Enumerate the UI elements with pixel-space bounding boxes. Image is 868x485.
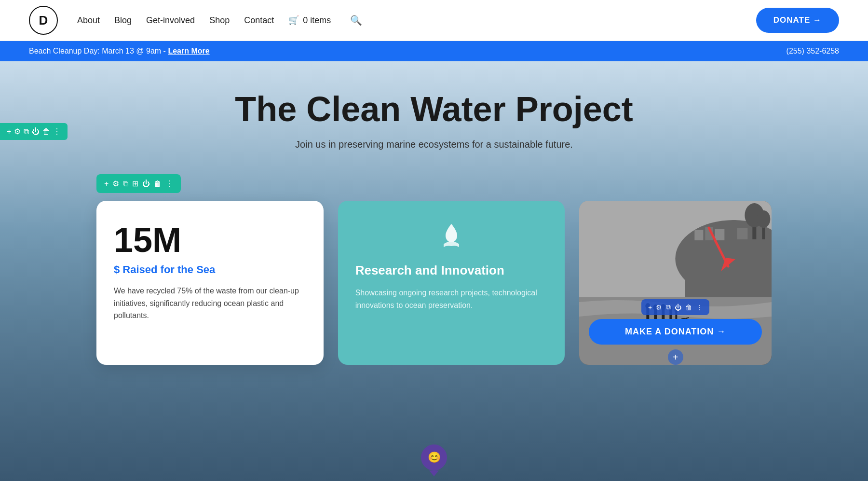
innovation-description: Showcasing ongoing research projects, te…: [355, 287, 548, 311]
announcement-text: Beach Cleanup Day: March 13 @ 9am - Lear…: [29, 47, 210, 55]
stat-card: 15M $ Raised for the Sea We have recycle…: [96, 201, 324, 365]
main-nav: About Blog Get-involved Shop Contact 🛒 0…: [77, 14, 362, 26]
announcement-bar: Beach Cleanup Day: March 13 @ 9am - Lear…: [0, 41, 868, 61]
logo[interactable]: D: [29, 6, 58, 35]
red-arrow: [699, 223, 743, 278]
hero-content: The Clean Water Project Join us in prese…: [216, 90, 652, 174]
section-more-icon[interactable]: ⋮: [165, 179, 173, 188]
nav-about[interactable]: About: [77, 15, 100, 26]
stat-description: We have recycled 75% of the waste from o…: [114, 285, 306, 322]
photo-settings-icon[interactable]: ⚙: [656, 304, 662, 311]
donate-button[interactable]: DONATE →: [756, 8, 839, 33]
section-toolbar: + ⚙ ⧉ ⊞ ⏻ 🗑 ⋮: [96, 174, 181, 193]
announcement-message: Beach Cleanup Day: March 13 @ 9am -: [29, 47, 168, 55]
section-duplicate-icon[interactable]: ⧉: [123, 180, 128, 188]
editor-toolbar-top: + ⚙ ⧉ ⏻ 🗑 ⋮: [0, 123, 68, 140]
section-settings-icon[interactable]: ⚙: [112, 179, 119, 188]
more-icon[interactable]: ⋮: [53, 127, 61, 136]
donation-label: MAKE A DONATION →: [625, 327, 726, 337]
photo-duplicate-icon[interactable]: ⧉: [666, 303, 671, 311]
add-block-button[interactable]: +: [668, 349, 683, 365]
settings-icon[interactable]: ⚙: [14, 127, 21, 136]
chat-tip: [429, 471, 439, 476]
svg-marker-27: [721, 258, 735, 271]
header-left: D About Blog Get-involved Shop Contact 🛒…: [29, 6, 362, 35]
chat-emoji: 😊: [428, 451, 441, 464]
learn-more-link[interactable]: Learn More: [168, 47, 209, 55]
innovation-card: Research and Innovation Showcasing ongoi…: [338, 201, 565, 365]
nav-blog[interactable]: Blog: [114, 15, 132, 26]
water-icon: [355, 220, 548, 254]
duplicate-icon[interactable]: ⧉: [24, 127, 29, 136]
hero-subtitle: Join us in preserving marine ecosystems …: [235, 139, 633, 150]
photo-card-toolbar: + ⚙ ⧉ ⏻ 🗑 ⋮: [641, 299, 709, 315]
nav-contact[interactable]: Contact: [244, 15, 274, 26]
cart-count: 0 items: [303, 15, 331, 26]
cart-icon: 🛒: [288, 15, 299, 26]
stat-subtitle: $ Raised for the Sea: [114, 263, 306, 276]
svg-point-11: [757, 210, 771, 228]
header: D About Blog Get-involved Shop Contact 🛒…: [0, 0, 868, 41]
nav-get-involved[interactable]: Get-involved: [146, 15, 195, 26]
photo-more-icon[interactable]: ⋮: [696, 304, 703, 311]
delete-icon[interactable]: 🗑: [42, 127, 50, 136]
search-icon[interactable]: 🔍: [350, 14, 362, 26]
hero-title: The Clean Water Project: [235, 90, 633, 128]
nav-shop[interactable]: Shop: [209, 15, 230, 26]
power-icon[interactable]: ⏻: [32, 127, 40, 136]
stat-number: 15M: [114, 220, 306, 260]
cards-row: 15M $ Raised for the Sea We have recycle…: [0, 201, 868, 365]
hero-section: + ⚙ ⧉ ⏻ 🗑 ⋮ The Clean Water Project Join…: [0, 61, 868, 481]
donate-label: DONATE →: [773, 15, 822, 25]
section-power-icon[interactable]: ⏻: [142, 180, 150, 188]
add-block-icon[interactable]: +: [7, 127, 11, 136]
phone-number: (255) 352-6258: [787, 47, 839, 55]
section-delete-icon[interactable]: 🗑: [154, 180, 162, 188]
logo-letter: D: [39, 13, 48, 28]
section-grid-icon[interactable]: ⊞: [132, 179, 138, 188]
photo-card-bottom: + ⚙ ⧉ ⏻ 🗑 ⋮ MAKE A DONATION → +: [579, 299, 772, 365]
innovation-title: Research and Innovation: [355, 263, 548, 279]
section-add-icon[interactable]: +: [104, 180, 108, 188]
photo-add-icon[interactable]: +: [648, 304, 652, 311]
make-donation-button[interactable]: MAKE A DONATION →: [589, 319, 762, 345]
chat-bubble[interactable]: 😊: [421, 444, 447, 476]
chat-avatar[interactable]: 😊: [421, 444, 447, 471]
photo-delete-icon[interactable]: 🗑: [685, 304, 692, 311]
photo-card: + ⚙ ⧉ ⏻ 🗑 ⋮ MAKE A DONATION → +: [579, 201, 772, 365]
photo-power-icon[interactable]: ⏻: [675, 304, 681, 311]
cart-button[interactable]: 🛒 0 items: [288, 15, 331, 26]
